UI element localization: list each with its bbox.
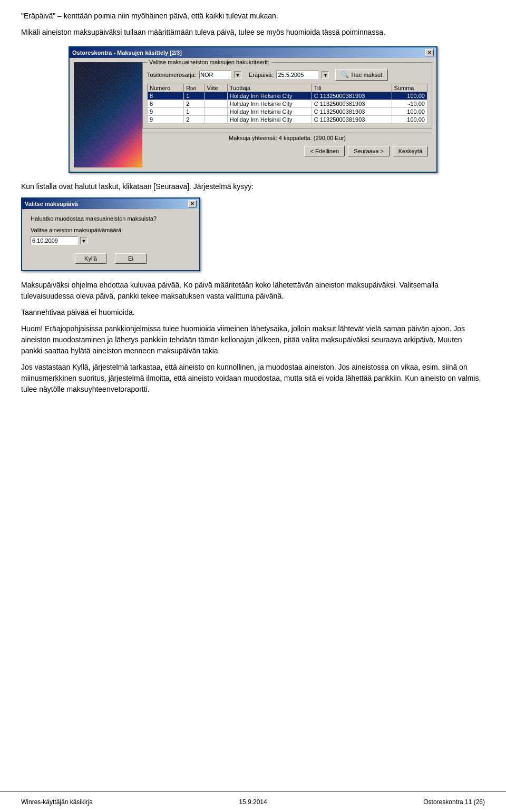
table-cell-4: C 11325000381903 [312, 100, 392, 108]
dialog2-close-button[interactable]: ✕ [188, 200, 197, 207]
col-viite: Viite [205, 84, 227, 92]
footer-right: Ostoreskontra 11 (26) [330, 798, 485, 806]
table-cell-3: Holiday Inn Helsinki City [227, 108, 312, 116]
table-cell-2 [205, 100, 227, 108]
date-dropdown-icon[interactable]: ▼ [80, 237, 87, 244]
table-cell-3: Holiday Inn Helsinki City [227, 116, 312, 124]
ei-button[interactable]: Ei [115, 253, 147, 264]
tositenumerosarja-dropdown-icon[interactable]: ▼ [234, 71, 241, 78]
table-cell-0: 9 [148, 108, 184, 116]
seuraava-button[interactable]: Seuraava > [348, 146, 390, 156]
dialog1-buttons: < Edellinen Seuraava > Keskeytä [142, 143, 432, 160]
table-cell-4: C 11325000381903 [312, 92, 392, 100]
dialog1-close-button[interactable]: ✕ [425, 49, 434, 56]
col-tili: Tili [312, 84, 392, 92]
dialog1-container: Ostoreskontra - Maksujen käsittely [2/3]… [21, 46, 485, 173]
table-cell-1: 2 [184, 116, 205, 124]
filter-row: Tositenumerosarja: ▼ Eräpäivä: ▼ 🔍 Hae m… [147, 69, 427, 81]
col-numero: Numero [148, 84, 184, 92]
filter-groupbox: Valitse maksuaineiston maksujen hakukrit… [142, 62, 432, 128]
hae-maksut-button[interactable]: 🔍 Hae maksut [335, 69, 388, 81]
footer-left: Winres-käyttäjän käsikirja [21, 798, 176, 806]
table-cell-0: 8 [148, 100, 184, 108]
kylla-button[interactable]: Kyllä [75, 253, 106, 264]
dialog2-question: Haluatko muodostaa maksuaineiston maksui… [31, 215, 191, 222]
dialog2-container: Valitse maksupäivä ✕ Haluatko muodostaa … [21, 197, 485, 271]
table-cell-2 [205, 116, 227, 124]
post-dialog-paragraph-4: Jos vastastaan Kyllä, järjestelmä tarkas… [21, 362, 485, 395]
table-cell-2 [205, 92, 227, 100]
date-picker-input[interactable] [31, 236, 78, 245]
payments-table: Numero Rivi Viite Tuottaja Tili Summa [147, 84, 427, 124]
dialog1-inner: Valitse maksuaineiston maksujen hakukrit… [74, 62, 432, 167]
col-rivi: Rivi [184, 84, 205, 92]
table-cell-5: -10,00 [392, 100, 427, 108]
edellinen-button[interactable]: < Edellinen [304, 146, 345, 156]
table-cell-5: 100,00 [392, 108, 427, 116]
dialog2-titlebar: Valitse maksupäivä ✕ [22, 199, 199, 209]
erapaiva-label: Eräpäivä: [249, 72, 273, 78]
table-row[interactable]: 91Holiday Inn Helsinki CityC 11325000381… [148, 108, 427, 116]
dialog1: Ostoreskontra - Maksujen käsittely [2/3]… [69, 46, 437, 173]
table-cell-0: 8 [148, 92, 184, 100]
col-tuottaja: Tuottaja [227, 84, 312, 92]
table-header-row: Numero Rivi Viite Tuottaja Tili Summa [148, 84, 427, 92]
dialog2-title: Valitse maksupäivä [25, 201, 78, 207]
table-cell-4: C 11325000381903 [312, 116, 392, 124]
post-dialog-paragraph-2: Taannehtivaa päivää ei huomioida. [21, 307, 485, 318]
post-dialog-paragraph-3: Huom! Eräajopohjaisissa pankkiohjelmissa… [21, 323, 485, 357]
table-row[interactable]: 92Holiday Inn Helsinki CityC 11325000381… [148, 116, 427, 124]
dialog2-date-label: Valitse aineiston maksupäivämäärä: [31, 227, 191, 233]
tositenumerosarja-label: Tositenumerosarja: [147, 72, 196, 78]
table-cell-4: C 11325000381903 [312, 108, 392, 116]
page-footer: Winres-käyttäjän käsikirja 15.9.2014 Ost… [0, 791, 506, 812]
intro-paragraph-2: Mikäli aineiston maksupäiväksi tullaan m… [21, 27, 485, 38]
table-cell-1: 1 [184, 92, 205, 100]
col-summa: Summa [392, 84, 427, 92]
status-bar: Maksuja yhteensä: 4 kappaletta. (290,00 … [142, 133, 432, 143]
dialog2-buttons: Kyllä Ei [31, 253, 191, 264]
table-row[interactable]: 82Holiday Inn Helsinki CityC 11325000381… [148, 100, 427, 108]
intro-paragraph-1: "Eräpäivä" – kenttään poimia niin myöhäi… [21, 11, 485, 22]
table-cell-5: 100,00 [392, 92, 427, 100]
dialog2: Valitse maksupäivä ✕ Haluatko muodostaa … [21, 197, 200, 271]
page-content: "Eräpäivä" – kenttään poimia niin myöhäi… [0, 0, 506, 432]
between-dialogs-text: Kun listalla ovat halutut laskut, klikat… [21, 181, 485, 192]
table-cell-3: Holiday Inn Helsinki City [227, 100, 312, 108]
dialog2-titlebar-buttons: ✕ [188, 200, 197, 207]
table-body[interactable]: 81Holiday Inn Helsinki CityC 11325000381… [148, 92, 427, 124]
dialog1-body: Valitse maksuaineiston maksujen hakukrit… [70, 58, 436, 172]
table-cell-5: 100,00 [392, 116, 427, 124]
footer-center: 15.9.2014 [176, 798, 330, 806]
dialog2-body: Haluatko muodostaa maksuaineiston maksui… [22, 209, 199, 270]
keskeyta-button[interactable]: Keskeytä [393, 146, 428, 156]
erapaiva-input[interactable] [276, 71, 318, 79]
dialog1-title: Ostoreskontra - Maksujen käsittely [2/3] [72, 49, 182, 56]
erapaiva-dropdown-icon[interactable]: ▼ [322, 71, 329, 78]
dialog1-titlebar-buttons: ✕ [425, 49, 434, 56]
magnifier-icon: 🔍 [341, 71, 349, 78]
groupbox-legend: Valitse maksuaineiston maksujen hakukrit… [147, 59, 271, 65]
table-cell-1: 1 [184, 108, 205, 116]
post-dialog-paragraph-1: Maksupäiväksi ohjelma ehdottaa kuluvaa p… [21, 280, 485, 302]
table-row[interactable]: 81Holiday Inn Helsinki CityC 11325000381… [148, 92, 427, 100]
table-cell-2 [205, 108, 227, 116]
globe-image [74, 62, 142, 167]
table-cell-0: 9 [148, 116, 184, 124]
dialog1-right: Valitse maksuaineiston maksujen hakukrit… [142, 62, 432, 167]
tositenumerosarja-input[interactable] [199, 71, 231, 79]
table-cell-1: 2 [184, 100, 205, 108]
dialog1-titlebar: Ostoreskontra - Maksujen käsittely [2/3]… [70, 47, 436, 58]
table-cell-3: Holiday Inn Helsinki City [227, 92, 312, 100]
date-picker-row: ▼ [31, 236, 191, 245]
hae-maksut-label: Hae maksut [351, 72, 382, 78]
